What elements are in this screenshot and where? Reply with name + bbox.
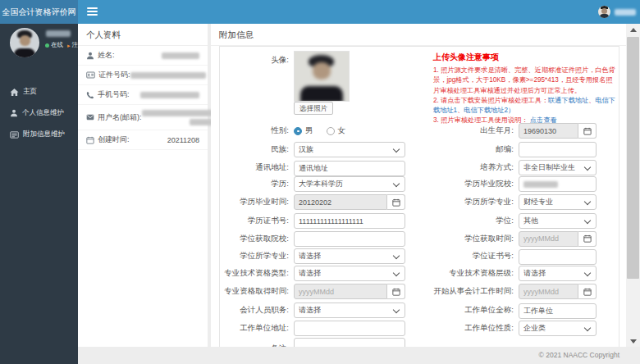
edu-graduate-time-input[interactable] (294, 194, 387, 210)
redacted-name (46, 30, 71, 37)
chevron-down-icon (393, 270, 400, 276)
accountant-duty-select[interactable]: 请选择 (294, 303, 405, 318)
gender-radio-1[interactable]: 女 (327, 125, 346, 136)
user-icon (86, 52, 94, 60)
select-value: 企业类 (523, 323, 546, 334)
scroll-up-arrow[interactable] (626, 24, 640, 36)
redacted-value (523, 181, 558, 188)
form-row: 学历毕业时间:学历所学专业:财经专业 (220, 194, 619, 210)
degree-cert-no-input[interactable] (519, 249, 597, 265)
form-field-label: 工作单位地址: (220, 323, 289, 334)
sidebar-item-additional-info[interactable]: 附加信息维护 (0, 124, 78, 145)
vertical-scrollbar[interactable] (626, 24, 640, 347)
radio-label: 女 (338, 125, 346, 136)
remark-textarea[interactable] (294, 338, 405, 347)
calendar-icon[interactable] (387, 284, 405, 299)
form-field-label: 专业技术资格类型: (220, 268, 289, 279)
form-field-label: 学历所学专业: (410, 197, 514, 207)
postcode-input[interactable] (519, 142, 597, 157)
chevron-down-icon (584, 270, 591, 276)
calendar-icon[interactable] (578, 123, 597, 139)
form-field-cell (519, 176, 597, 192)
hamburger-icon[interactable] (87, 7, 98, 16)
copyright-text: © 2021 NAACC Copyright (539, 351, 619, 359)
form-field-label: 学位证书号: (410, 251, 514, 262)
form-field-cell (294, 194, 405, 210)
work-unit-name-input[interactable] (519, 303, 597, 319)
edu-graduate-time-date-group (294, 194, 405, 210)
prof-qual-level-select[interactable]: 请选择 (519, 266, 597, 281)
profile-field-value (130, 72, 206, 79)
degree-time-date-group (519, 231, 597, 247)
form-field-cell: 非全日制毕业生 (519, 160, 597, 175)
calendar-icon[interactable] (578, 231, 597, 247)
calendar-icon[interactable] (578, 284, 597, 299)
profile-panel: 个人资料 姓名:证件号码:手机号码:用户名(邮箱):创建时间:20211208 (78, 24, 208, 347)
edu-cert-no-input[interactable] (294, 213, 405, 229)
radio-selected-icon (294, 127, 302, 135)
prof-qual-type-select[interactable]: 请选择 (294, 266, 405, 281)
form-field-label: 出生年月: (410, 125, 514, 136)
sidebar: 在线 ▸ 注销 主页个人信息维护附加信息维护 (0, 24, 78, 364)
nation-select[interactable]: 汉族 (294, 142, 405, 157)
radio-label: 男 (305, 125, 313, 136)
navbar-user-menu[interactable] (598, 0, 636, 24)
user-avatar (598, 6, 610, 18)
form-field-cell: 企业类 (519, 321, 597, 336)
degree-school-input[interactable] (294, 231, 405, 247)
download-link[interactable]: 联通下载地址 (548, 97, 588, 104)
brand-logo[interactable]: 全国会计资格评价网 (0, 0, 78, 24)
form-row: 民族:汉族邮编: (220, 141, 619, 157)
chevron-down-icon (393, 145, 400, 152)
prof-qual-time-input[interactable] (294, 284, 387, 299)
form-field-label: 性别: (220, 125, 289, 136)
form-field-cell: 请选择 (294, 303, 405, 318)
scroll-down-arrow[interactable] (626, 334, 640, 347)
download-link[interactable]: 电信下载地址2） (464, 107, 514, 114)
form-field-cell (294, 338, 405, 347)
gender-radio-0[interactable]: 男 (294, 125, 313, 136)
profile-field-label: 用户名(邮箱): (98, 112, 142, 123)
chevron-down-icon (584, 324, 591, 330)
form-field-label: 邮编: (410, 144, 514, 155)
form-field-cell: 财经专业 (519, 194, 597, 210)
birth-date-input[interactable] (519, 123, 578, 139)
accounting-start-time-input[interactable] (519, 284, 578, 299)
scrollbar-thumb[interactable] (627, 37, 639, 279)
select-value: 大学本科学历 (299, 179, 343, 189)
avatar (10, 28, 39, 57)
edu-school-input[interactable] (519, 176, 597, 192)
choose-photo-button[interactable]: 选择照片 (294, 102, 333, 115)
envelope-icon (86, 113, 94, 121)
profile-row: 手机号码: (78, 85, 208, 105)
form-field-cell (519, 123, 597, 139)
calendar-icon[interactable] (387, 194, 405, 210)
edu-major-select[interactable]: 财经专业 (519, 194, 597, 210)
mail-address-input[interactable] (294, 161, 405, 176)
form-row: 工作单位地址:工作单位性质:企业类 (220, 320, 619, 335)
degree-time-input[interactable] (519, 231, 578, 247)
profile-field-value: 20211208 (167, 136, 199, 144)
form-field-label: 专业资格取得时间: (220, 286, 289, 297)
sidebar-item-personal-info[interactable]: 个人信息维护 (0, 102, 78, 124)
sidebar-item-home[interactable]: 主页 (0, 81, 78, 102)
birth-date-date-group (519, 123, 597, 139)
chevron-down-icon (584, 163, 591, 170)
degree-select[interactable]: 其他 (519, 213, 597, 229)
form-row: 通讯地址:培养方式:非全日制毕业生 (220, 159, 619, 175)
select-value: 请选择 (299, 268, 321, 279)
gender-radio-group: 男女 (294, 125, 405, 136)
education-select[interactable]: 大学本科学历 (294, 176, 405, 192)
form-field-label: 培养方式: (410, 162, 514, 173)
form-field-label: 民族: (220, 144, 289, 155)
sidebar-item-label: 个人信息维护 (22, 108, 64, 118)
form-field-cell: 请选择 (519, 266, 597, 281)
training-type-select[interactable]: 非全日制毕业生 (519, 160, 597, 175)
work-unit-type-select[interactable]: 企业类 (519, 321, 597, 336)
degree-major-select[interactable]: 请选择 (294, 248, 405, 264)
select-value: 请选择 (299, 305, 321, 316)
work-unit-address-input[interactable] (294, 321, 405, 336)
form-row: 专业技术资格类型:请选择专业技术资格层级:请选择 (220, 266, 619, 281)
form-row: 备注: (220, 338, 619, 347)
sidebar-item-label: 附加信息维护 (23, 130, 65, 139)
